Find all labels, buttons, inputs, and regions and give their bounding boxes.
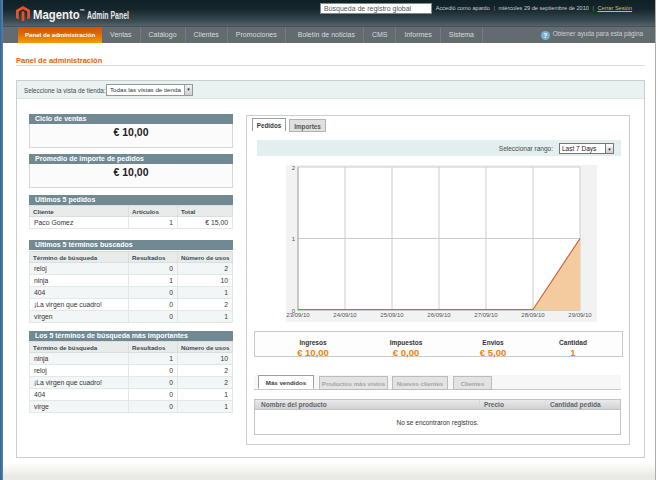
svg-text:26/09/10: 26/09/10	[427, 312, 451, 318]
svg-text:24/09/10: 24/09/10	[333, 312, 357, 318]
svg-text:29/09/10: 29/09/10	[568, 312, 592, 318]
svg-text:28/09/10: 28/09/10	[521, 312, 545, 318]
svg-text:27/09/10: 27/09/10	[474, 312, 498, 318]
svg-text:25/09/10: 25/09/10	[380, 312, 404, 318]
svg-text:23/09/10: 23/09/10	[286, 312, 310, 318]
